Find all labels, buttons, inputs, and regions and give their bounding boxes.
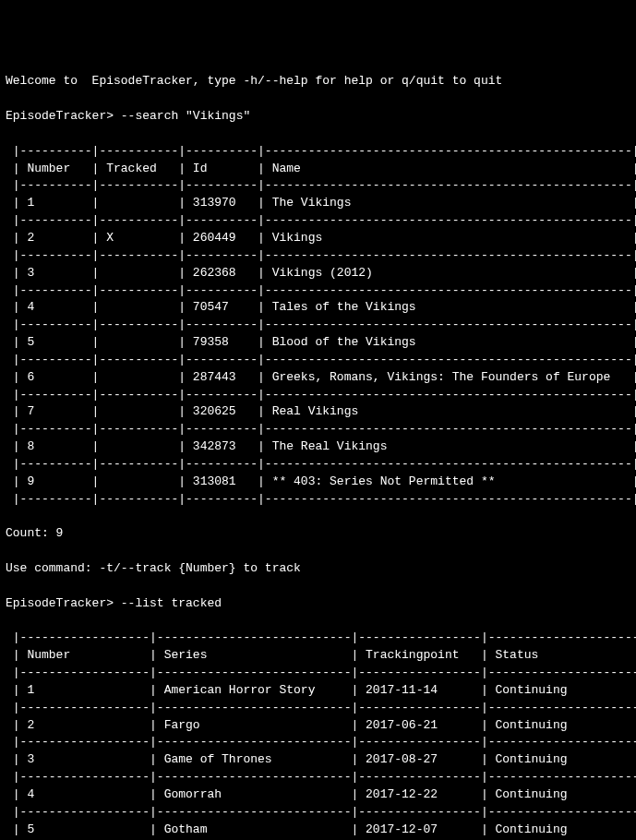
track-hint: Use command: -t/--track {Number} to trac… bbox=[6, 560, 630, 578]
blank-line bbox=[6, 508, 630, 525]
search-table-line: |----------|-----------|----------|-----… bbox=[6, 317, 630, 334]
tracked-table-line: | Number | Series | Trackingpoint | Stat… bbox=[6, 647, 630, 665]
search-table-line: |----------|-----------|----------|-----… bbox=[6, 177, 630, 195]
terminal-output[interactable]: Welcome to EpisodeTracker, type -h/--hel… bbox=[6, 73, 630, 840]
welcome-message: Welcome to EpisodeTracker, type -h/--hel… bbox=[6, 73, 630, 90]
tracked-table-line: |------------------|--------------------… bbox=[6, 630, 630, 647]
search-table-line: | 7 | | 320625 | Real Vikings | Continui… bbox=[6, 403, 630, 421]
search-table-line: |----------|-----------|----------|-----… bbox=[6, 352, 630, 369]
search-table-line: | 5 | | 79358 | Blood of the Vikings | E… bbox=[6, 334, 630, 352]
tracked-table-line: |------------------|--------------------… bbox=[6, 769, 630, 786]
search-table-line: |----------|-----------|----------|-----… bbox=[6, 387, 630, 404]
tracked-table-line: |------------------|--------------------… bbox=[6, 734, 630, 751]
search-table-line: |----------|-----------|----------|-----… bbox=[6, 456, 630, 474]
tracked-table-line: | 3 | Game of Thrones | 2017-08-27 | Con… bbox=[6, 751, 630, 769]
tracked-table-line: | 4 | Gomorrah | 2017-12-22 | Continuing… bbox=[6, 786, 630, 804]
search-table-line: | 2 | X | 260449 | Vikings | Continuing … bbox=[6, 230, 630, 247]
search-table-line: | 9 | | 313081 | ** 403: Series Not Perm… bbox=[6, 474, 630, 491]
tracked-table-line: |------------------|--------------------… bbox=[6, 700, 630, 717]
search-table-line: | 8 | | 342873 | The Real Vikings | Cont… bbox=[6, 438, 630, 456]
tracked-table-line: | 5 | Gotham | 2017-12-07 | Continuing |… bbox=[6, 822, 630, 839]
search-table-line: |----------|-----------|----------|-----… bbox=[6, 212, 630, 230]
blank-line bbox=[6, 126, 630, 143]
tracked-table-line: |------------------|--------------------… bbox=[6, 804, 630, 822]
search-table-line: | 4 | | 70547 | Tales of the Vikings | E… bbox=[6, 299, 630, 317]
search-table-line: |----------|-----------|----------|-----… bbox=[6, 282, 630, 300]
search-table-line: |----------|-----------|----------|-----… bbox=[6, 491, 630, 509]
tracked-table-line: | 2 | Fargo | 2017-06-21 | Continuing | … bbox=[6, 717, 630, 735]
search-table-line: |----------|-----------|----------|-----… bbox=[6, 247, 630, 265]
search-table-line: | 6 | | 287443 | Greeks, Romans, Vikings… bbox=[6, 369, 630, 387]
blank-line bbox=[6, 90, 630, 108]
search-table-line: |----------|-----------|----------|-----… bbox=[6, 421, 630, 438]
search-table-line: | 1 | | 313970 | The Vikings | Ended | bbox=[6, 195, 630, 212]
search-table-line: |----------|-----------|----------|-----… bbox=[6, 143, 630, 161]
tracked-table-line: |------------------|--------------------… bbox=[6, 665, 630, 682]
prompt-search[interactable]: EpisodeTracker> --search "Vikings" bbox=[6, 108, 630, 126]
blank-line bbox=[6, 613, 630, 630]
blank-line bbox=[6, 543, 630, 560]
blank-line bbox=[6, 578, 630, 595]
search-count: Count: 9 bbox=[6, 525, 630, 543]
search-table-line: | Number | Tracked | Id | Name | Status … bbox=[6, 161, 630, 178]
prompt-list[interactable]: EpisodeTracker> --list tracked bbox=[6, 595, 630, 613]
tracked-table-line: | 1 | American Horror Story | 2017-11-14… bbox=[6, 682, 630, 700]
search-table-line: | 3 | | 262368 | Vikings (2012) | Ended … bbox=[6, 265, 630, 282]
